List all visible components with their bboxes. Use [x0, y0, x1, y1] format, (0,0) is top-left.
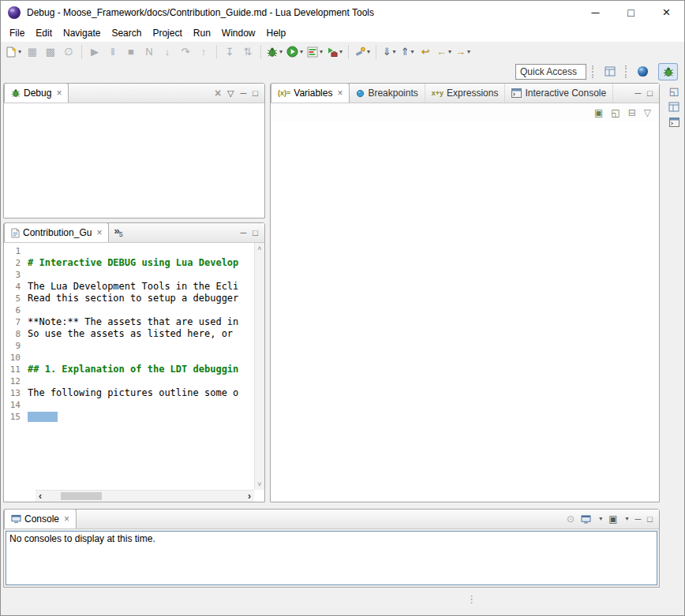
close-tab-icon[interactable]: ×	[96, 228, 102, 237]
line-number[interactable]: 7	[4, 316, 28, 328]
maximize-view-icon[interactable]: □	[647, 515, 653, 524]
display-selected-console-icon[interactable]	[581, 515, 591, 524]
code-line[interactable]: 13The following pictures outline some o	[4, 387, 254, 399]
forward-button[interactable]: → ▾	[454, 43, 472, 61]
line-number[interactable]: 4	[4, 281, 28, 293]
window-minimize-button[interactable]: ─	[578, 1, 613, 24]
horizontal-sash-left[interactable]	[3, 218, 265, 222]
line-number[interactable]: 12	[4, 375, 28, 387]
line-number[interactable]: 2	[4, 257, 28, 269]
editor-horizontal-scrollbar[interactable]: ‹ ›	[36, 490, 254, 502]
last-edit-location-button[interactable]: ↩	[417, 43, 434, 61]
code-line[interactable]: 11## 1. Explanation of the LDT debuggin	[4, 364, 254, 375]
maximize-view-icon[interactable]: □	[647, 89, 653, 98]
hidden-editors-chevron[interactable]: » 5	[109, 223, 127, 242]
close-tab-icon[interactable]: ×	[337, 88, 342, 98]
vertical-sash[interactable]	[265, 83, 270, 502]
minimize-view-icon[interactable]: ─	[241, 89, 247, 98]
dropdown-icon[interactable]: ▾	[626, 516, 629, 522]
scroll-left-icon[interactable]: ‹	[39, 491, 42, 501]
horizontal-scroll-track[interactable]	[50, 492, 240, 500]
open-perspective-button[interactable]	[600, 63, 619, 80]
editor-vertical-scrollbar[interactable]: ˄ ˅	[254, 243, 264, 490]
code-area[interactable]: 1 2# Interactive DEBUG using Lua Develop…	[4, 245, 254, 490]
line-number[interactable]: 8	[4, 328, 28, 340]
external-tools-button[interactable]: ▾	[325, 43, 344, 61]
menu-search[interactable]: Search	[106, 26, 147, 40]
code-line[interactable]: 12	[4, 375, 254, 387]
line-number[interactable]: 11	[4, 364, 28, 375]
back-button[interactable]: ← ▾	[435, 43, 453, 61]
menu-run[interactable]: Run	[188, 26, 216, 40]
line-number[interactable]: 6	[4, 304, 28, 316]
line-number[interactable]: 13	[4, 387, 28, 399]
horizontal-scrollbar-thumb[interactable]	[61, 492, 102, 500]
toolbar-grip[interactable]	[592, 65, 594, 78]
tab-variables[interactable]: (x)= Variables ×	[271, 83, 350, 103]
tab-breakpoints[interactable]: Breakpoints	[350, 84, 425, 103]
menu-edit[interactable]: Edit	[30, 26, 58, 40]
coverage-button[interactable]: ▾	[305, 43, 324, 61]
code-line[interactable]: 14	[4, 399, 254, 411]
view-menu-icon[interactable]: ▽	[644, 108, 651, 118]
minimize-view-icon[interactable]: ─	[635, 89, 642, 98]
toolbar-grip[interactable]	[625, 65, 627, 78]
menu-navigate[interactable]: Navigate	[58, 26, 106, 40]
tab-expressions[interactable]: x+y Expressions	[425, 84, 506, 103]
code-line[interactable]: 15	[4, 411, 254, 423]
line-number[interactable]: 9	[4, 340, 28, 352]
tab-contribution-guide[interactable]: Contribution_Gu ×	[4, 222, 109, 242]
run-button[interactable]: ▾	[285, 43, 305, 61]
open-console-icon[interactable]: ▣	[608, 514, 617, 524]
statusbar-grip[interactable]: ⋮	[466, 594, 477, 604]
code-line[interactable]: 2# Interactive DEBUG using Lua Develop	[4, 257, 254, 269]
scroll-up-icon[interactable]: ˄	[257, 245, 261, 252]
debug-button[interactable]: ▾	[265, 43, 284, 61]
show-type-names-icon[interactable]: ▣	[594, 108, 603, 118]
scroll-down-icon[interactable]: ˅	[257, 480, 261, 488]
close-tab-icon[interactable]: ×	[64, 514, 69, 524]
lua-perspective-button[interactable]	[633, 63, 653, 80]
code-line[interactable]: 6	[4, 304, 254, 316]
window-maximize-button[interactable]: □	[613, 1, 649, 24]
maximize-view-icon[interactable]: □	[253, 229, 258, 237]
window-close-button[interactable]: ×	[649, 1, 684, 24]
scroll-right-icon[interactable]: ›	[248, 491, 251, 501]
next-annotation-button[interactable]: ⇓ ▾	[380, 43, 398, 61]
minimize-view-icon[interactable]: ─	[635, 515, 642, 524]
code-line[interactable]: 7**Note:** The assets that are used in	[4, 316, 254, 328]
menu-window[interactable]: Window	[216, 26, 261, 40]
minimized-view-console-icon[interactable]	[669, 118, 679, 127]
maximize-view-icon[interactable]: □	[253, 89, 258, 98]
collapse-all-icon[interactable]: ⊟	[628, 108, 636, 118]
menu-project[interactable]: Project	[147, 26, 187, 40]
show-logical-structures-icon[interactable]: ◱	[611, 108, 619, 118]
restore-view-icon[interactable]: ◱	[669, 86, 679, 96]
line-number[interactable]: 3	[4, 269, 28, 281]
tab-debug[interactable]: Debug ×	[4, 83, 69, 103]
minimized-view-outline-icon[interactable]	[668, 102, 679, 112]
code-line[interactable]: 1	[4, 245, 254, 257]
code-line[interactable]: 9	[4, 340, 254, 352]
search-button[interactable]: ▾	[353, 43, 372, 61]
horizontal-sash-console[interactable]	[3, 502, 660, 509]
debug-perspective-button[interactable]	[658, 63, 678, 80]
dropdown-icon[interactable]: ▾	[599, 516, 602, 522]
code-line[interactable]: 10	[4, 352, 254, 364]
line-number[interactable]: 15	[4, 411, 28, 423]
previous-annotation-button[interactable]: ⇑ ▾	[399, 43, 416, 61]
menu-file[interactable]: File	[4, 26, 30, 40]
line-number[interactable]: 5	[4, 293, 28, 304]
quick-access-button[interactable]: Quick Access	[515, 64, 586, 80]
tab-interactive-console[interactable]: Interactive Console	[505, 84, 613, 103]
new-button[interactable]: ▾	[5, 43, 23, 61]
code-line[interactable]: 5Read this section to setup a debugger	[4, 293, 254, 304]
menu-help[interactable]: Help	[261, 26, 292, 40]
minimize-view-icon[interactable]: ─	[241, 229, 247, 237]
code-line[interactable]: 8So use the assets as listed here, or	[4, 328, 254, 340]
code-line[interactable]: 4The Lua Development Tools in the Ecli	[4, 281, 254, 293]
code-line[interactable]: 3	[4, 269, 254, 281]
line-number[interactable]: 1	[4, 245, 28, 257]
close-tab-icon[interactable]: ×	[56, 88, 62, 98]
tab-console[interactable]: Console ×	[4, 509, 77, 528]
